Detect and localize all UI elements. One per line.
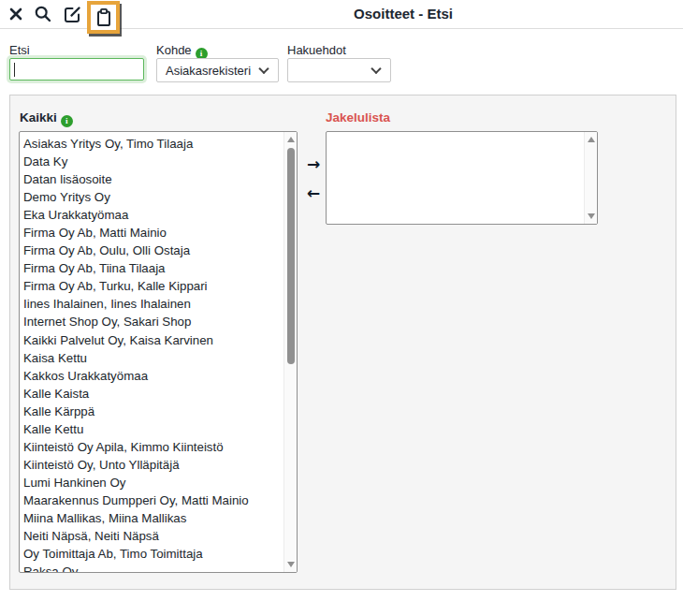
list-item[interactable]: Datan lisäosoite bbox=[23, 170, 283, 188]
list-item[interactable]: Iines Ihalainen, Iines Ihalainen bbox=[23, 295, 283, 313]
list-item[interactable]: Kiinteistö Oy, Unto Ylläpitäjä bbox=[23, 456, 283, 474]
kohde-selected-value: Asiakasrekisteri bbox=[166, 64, 251, 78]
list-item[interactable]: Lumi Hankinen Oy bbox=[23, 474, 283, 491]
kaikki-label: Kaikkii bbox=[20, 110, 73, 127]
clipboard-highlight-annotation bbox=[87, 1, 120, 34]
jakelulista-items bbox=[327, 132, 584, 224]
dual-list-panel: Kaikkii Asiakas Yritys Oy, Timo TilaajaD… bbox=[9, 95, 676, 590]
list-item[interactable]: Firma Oy Ab, Oulu, Olli Ostaja bbox=[23, 242, 283, 259]
jakelulista-listbox[interactable] bbox=[326, 131, 598, 225]
list-item[interactable]: Asiakas Yritys Oy, Timo Tilaaja bbox=[23, 135, 283, 153]
jakelulista-label: Jakelulista bbox=[326, 110, 390, 125]
info-icon[interactable]: i bbox=[61, 115, 73, 127]
list-item[interactable]: Neiti Näpsä, Neiti Näpsä bbox=[23, 527, 283, 545]
etsi-label: Etsi bbox=[9, 43, 30, 57]
kaikki-items: Asiakas Yritys Oy, Timo TilaajaData KyDa… bbox=[20, 132, 283, 572]
kohde-label-text: Kohde bbox=[156, 43, 192, 57]
close-icon[interactable] bbox=[5, 3, 27, 25]
text-caret bbox=[14, 63, 15, 77]
kohde-select[interactable]: Asiakasrekisteri bbox=[156, 58, 279, 82]
edit-icon[interactable] bbox=[61, 3, 83, 25]
scroll-down-icon[interactable] bbox=[287, 562, 295, 567]
vertical-scrollbar[interactable] bbox=[584, 132, 597, 224]
list-item[interactable]: Demo Yritys Oy bbox=[23, 188, 283, 206]
search-icon[interactable] bbox=[32, 3, 54, 25]
list-item[interactable]: Data Ky bbox=[23, 153, 283, 170]
toolbar: Osoitteet - Etsi bbox=[0, 0, 683, 29]
list-item[interactable]: Firma Oy Ab, Turku, Kalle Kippari bbox=[23, 277, 283, 295]
list-item[interactable]: Kaikki Palvelut Oy, Kaisa Karvinen bbox=[23, 331, 283, 349]
move-left-button[interactable]: ← bbox=[302, 182, 325, 204]
chevron-down-icon bbox=[258, 64, 269, 74]
list-item[interactable]: Kalle Kärppä bbox=[23, 403, 283, 420]
chevron-down-icon bbox=[371, 64, 381, 74]
list-item[interactable]: Internet Shop Oy, Sakari Shop bbox=[23, 313, 283, 330]
kaikki-label-text: Kaikki bbox=[20, 110, 57, 125]
scroll-up-icon[interactable] bbox=[588, 137, 595, 142]
list-item[interactable]: Raksa Oy bbox=[23, 563, 283, 572]
list-item[interactable]: Maarakennus Dumpperi Oy, Matti Mainio bbox=[23, 491, 283, 509]
list-item[interactable]: Eka Urakkatyömaa bbox=[23, 206, 283, 224]
scroll-up-icon[interactable] bbox=[287, 137, 295, 142]
osoitteet-etsi-window: Osoitteet - Etsi Etsi Kohdei Asiakasreki… bbox=[0, 0, 683, 616]
list-item[interactable]: Kiinteistö Oy Apila, Kimmo Kiinteistö bbox=[23, 438, 283, 456]
clipboard-icon[interactable] bbox=[93, 7, 115, 29]
list-item[interactable]: Kaisa Kettu bbox=[23, 349, 283, 367]
hakuehdot-label: Hakuehdot bbox=[287, 43, 346, 57]
etsi-input[interactable] bbox=[10, 59, 143, 80]
scrollbar-thumb[interactable] bbox=[287, 148, 295, 364]
list-item[interactable]: Firma Oy Ab, Matti Mainio bbox=[23, 224, 283, 242]
list-item[interactable]: Kakkos Urakkatyömaa bbox=[23, 367, 283, 385]
vertical-scrollbar[interactable] bbox=[283, 132, 297, 572]
list-item[interactable]: Oy Toimittaja Ab, Timo Toimittaja bbox=[23, 545, 283, 563]
kaikki-listbox[interactable]: Asiakas Yritys Oy, Timo TilaajaData KyDa… bbox=[19, 131, 298, 573]
list-item[interactable]: Kalle Kaista bbox=[23, 385, 283, 403]
page-title: Osoitteet - Etsi bbox=[354, 6, 453, 22]
move-right-button[interactable]: → bbox=[302, 153, 325, 175]
scroll-down-icon[interactable] bbox=[588, 213, 595, 219]
hakuehdot-select[interactable] bbox=[287, 58, 391, 82]
list-item[interactable]: Miina Mallikas, Miina Mallikas bbox=[23, 509, 283, 527]
etsi-input-wrap bbox=[9, 58, 144, 81]
list-item[interactable]: Kalle Kettu bbox=[23, 420, 283, 438]
list-item[interactable]: Firma Oy Ab, Tiina Tilaaja bbox=[23, 259, 283, 277]
